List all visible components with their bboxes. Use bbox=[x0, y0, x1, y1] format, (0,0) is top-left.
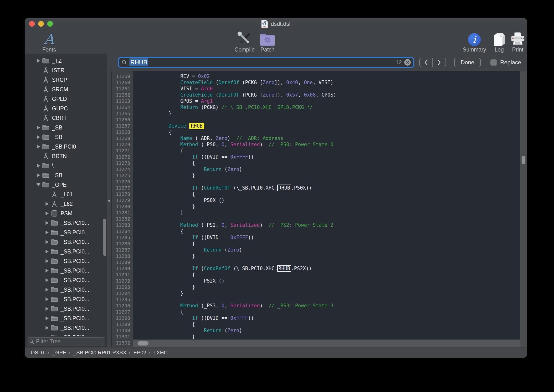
disclosure-triangle-icon[interactable] bbox=[35, 59, 42, 63]
chevron-left-icon bbox=[424, 60, 428, 65]
tree-item-_sbpci0[interactable]: _SB.PCI0.... bbox=[25, 285, 107, 294]
method-icon bbox=[42, 96, 50, 102]
tree-item-_sb[interactable]: _SB bbox=[25, 132, 107, 142]
disclosure-triangle-icon[interactable] bbox=[35, 164, 42, 168]
vertical-scrollbar[interactable] bbox=[520, 71, 527, 347]
namespace-tree[interactable]: _TZISTRSRCPSRCMGPLDGUPCCBRT_SB_SB_SB.PCI… bbox=[25, 54, 107, 336]
line-number: 11261 bbox=[111, 86, 133, 92]
sidebar-scrollbar-thumb[interactable] bbox=[103, 219, 106, 256]
info-icon: i bbox=[468, 33, 481, 46]
close-window-button[interactable] bbox=[29, 21, 35, 27]
disclosure-triangle-icon[interactable] bbox=[44, 202, 50, 206]
tree-item-istr[interactable]: ISTR bbox=[25, 66, 107, 75]
print-button[interactable]: Print bbox=[504, 31, 527, 53]
clear-search-button[interactable]: ✕ bbox=[404, 59, 411, 66]
line-number: 11286 bbox=[111, 241, 133, 247]
tree-item-gpld[interactable]: GPLD bbox=[25, 94, 107, 104]
tree-item-_l62[interactable]: _L62 bbox=[25, 199, 107, 209]
code-line: } bbox=[133, 284, 520, 290]
tree-item-_sbpci0[interactable]: _SB.PCI0.... bbox=[25, 256, 107, 266]
disclosure-triangle-icon[interactable] bbox=[35, 145, 42, 148]
tree-item-gupc[interactable]: GUPC bbox=[25, 104, 107, 113]
find-input[interactable]: RHUB 12 ✕ bbox=[118, 57, 414, 68]
disclosure-triangle-icon[interactable] bbox=[44, 278, 50, 282]
replace-checkbox[interactable] bbox=[490, 59, 497, 66]
tree-item-_sbpci0[interactable]: _SB.PCI0.... bbox=[25, 218, 107, 228]
minimize-window-button[interactable] bbox=[38, 21, 44, 27]
disclosure-triangle-icon[interactable] bbox=[44, 297, 50, 301]
tree-item-_sb[interactable]: _SB bbox=[25, 170, 107, 180]
disclosure-triangle-icon[interactable] bbox=[44, 316, 50, 320]
code-line: } bbox=[133, 290, 520, 296]
breadcrumb-item[interactable]: TXHC bbox=[153, 350, 168, 356]
disclosure-triangle-icon[interactable] bbox=[35, 183, 42, 186]
tree-item-_sbpci0[interactable]: _SB.PCI0.... bbox=[25, 294, 107, 304]
tree-item-srcp[interactable]: SRCP bbox=[25, 75, 107, 85]
fonts-button[interactable]: A Fonts bbox=[35, 31, 63, 53]
filter-tree-input[interactable]: Filter Tree bbox=[27, 337, 105, 346]
disclosure-triangle-icon[interactable] bbox=[44, 326, 50, 330]
disclosure-triangle-icon[interactable] bbox=[44, 250, 50, 253]
tree-item-srcm[interactable]: SRCM bbox=[25, 85, 107, 94]
find-highlight-other: RHUB bbox=[277, 185, 291, 191]
disclosure-triangle-icon[interactable] bbox=[44, 211, 50, 215]
done-button[interactable]: Done bbox=[454, 58, 481, 67]
disclosure-triangle-icon[interactable] bbox=[44, 288, 50, 292]
zoom-window-button[interactable] bbox=[47, 21, 53, 27]
next-match-button[interactable] bbox=[433, 58, 445, 67]
breadcrumb-item[interactable]: DSDT bbox=[31, 350, 45, 356]
tree-item-[interactable]: \ bbox=[25, 161, 107, 170]
line-number: 11272 bbox=[111, 154, 133, 160]
compile-icon bbox=[237, 31, 252, 46]
tree-item-psm[interactable]: PSM bbox=[25, 209, 107, 218]
tree-item-brtn[interactable]: BRTN bbox=[25, 151, 107, 161]
tree-item-_tz[interactable]: _TZ bbox=[25, 56, 107, 66]
tree-item-_sbpci0[interactable]: _SB.PCI0.... bbox=[25, 323, 107, 333]
tree-item-_sbpci0[interactable]: _SB.PCI0.... bbox=[25, 247, 107, 256]
tree-item-_sbpci0[interactable]: _SB.PCI0.... bbox=[25, 228, 107, 237]
tree-item-cbrt[interactable]: CBRT bbox=[25, 113, 107, 123]
tree-item-_sbpci0[interactable]: _SB.PCI0 bbox=[25, 333, 107, 336]
disclosure-triangle-icon[interactable] bbox=[44, 307, 50, 311]
vertical-scrollbar-thumb[interactable] bbox=[522, 156, 525, 164]
sidebar-scrollbar[interactable] bbox=[103, 54, 106, 347]
search-menu-icon[interactable] bbox=[122, 60, 128, 65]
disclosure-triangle-icon[interactable] bbox=[35, 135, 42, 139]
tree-item-_gpe[interactable]: _GPE bbox=[25, 180, 107, 189]
tree-item-_sb[interactable]: _SB bbox=[25, 123, 107, 132]
horizontal-scrollbar[interactable] bbox=[133, 340, 520, 347]
line-number: 11273 bbox=[111, 160, 133, 166]
tree-item-_sbpci0[interactable]: _SB.PCI0.... bbox=[25, 304, 107, 314]
patch-button[interactable]: Patch bbox=[253, 31, 282, 53]
disclosure-triangle-icon[interactable] bbox=[44, 336, 50, 336]
breadcrumb-item[interactable]: _GPE bbox=[52, 350, 66, 356]
disclosure-triangle-icon[interactable] bbox=[44, 240, 50, 244]
disclosure-triangle-icon[interactable] bbox=[44, 269, 50, 273]
disclosure-triangle-icon[interactable] bbox=[44, 221, 50, 225]
line-number: 11296 bbox=[111, 303, 133, 309]
disclosure-triangle-icon[interactable] bbox=[44, 231, 50, 234]
code-editor[interactable]: REV = 0x02 CreateField (DerefOf (PCKG [Z… bbox=[133, 71, 520, 340]
tree-item-_l61[interactable]: _L61 bbox=[25, 189, 107, 199]
tree-item-_sbpci0[interactable]: _SB.PCI0.... bbox=[25, 266, 107, 275]
pane-divider[interactable] bbox=[107, 54, 111, 347]
line-number: 11288 bbox=[111, 253, 133, 259]
disclosure-triangle-icon[interactable] bbox=[35, 126, 42, 129]
tree-item-_sbpci0[interactable]: _SB.PCI0.... bbox=[25, 314, 107, 323]
summary-button[interactable]: i Summary bbox=[460, 31, 489, 53]
previous-match-button[interactable] bbox=[420, 58, 433, 67]
code-line: If (CondRefOf (\_SB.PCI0.XHC.RHUB.PS2X)) bbox=[133, 265, 520, 272]
disclosure-triangle-icon[interactable] bbox=[44, 259, 50, 263]
breadcrumb-item[interactable]: _SB.PCI0.RP01.PXSX bbox=[73, 350, 127, 356]
disclosure-triangle-icon[interactable] bbox=[35, 173, 42, 177]
tree-item-_sbpci0[interactable]: _SB.PCI0.... bbox=[25, 237, 107, 247]
horizontal-scrollbar-thumb[interactable] bbox=[138, 341, 148, 345]
breadcrumb-item[interactable]: EP02 bbox=[133, 350, 146, 356]
code-line: { bbox=[133, 272, 520, 278]
tree-item-_sbpci0[interactable]: _SB.PCI0 bbox=[25, 142, 107, 151]
tree-item-_sbpci0[interactable]: _SB.PCI0.... bbox=[25, 275, 107, 285]
titlebar[interactable]: DSL dsdt.dsl bbox=[25, 18, 527, 29]
line-number: 11279 bbox=[111, 197, 133, 203]
done-label: Done bbox=[461, 59, 474, 66]
splitter-handle[interactable] bbox=[108, 200, 110, 202]
